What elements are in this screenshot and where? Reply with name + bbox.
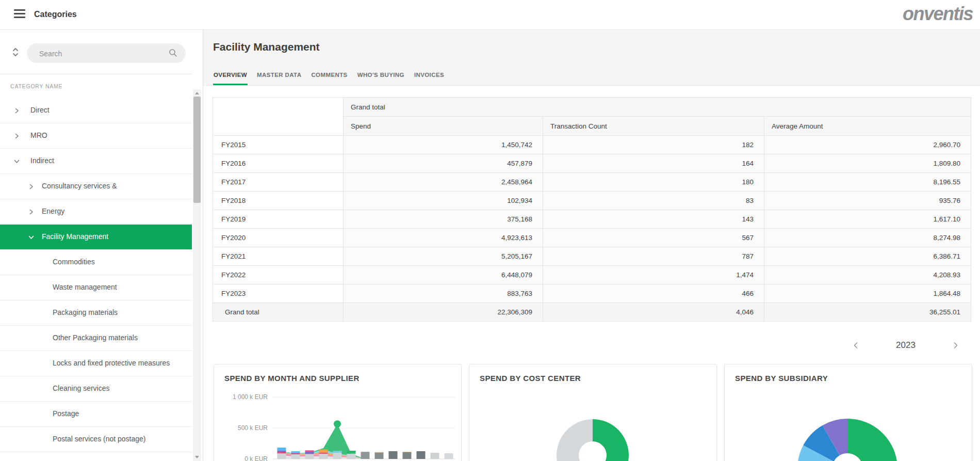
chart-title: SPEND BY COST CENTER [480, 374, 581, 383]
row-label: FY2021 [213, 247, 344, 266]
cell-spend: 375,168 [344, 210, 543, 229]
sidebar-item-consultancy-services[interactable]: Consultancy services & [0, 174, 192, 199]
cell-spend: 457,879 [344, 154, 543, 173]
svg-text:1 000 k EUR: 1 000 k EUR [233, 393, 268, 401]
page-title: Facility Management [213, 41, 320, 53]
chevron-right-icon [953, 342, 959, 349]
search-icon[interactable] [169, 49, 177, 59]
row-label: FY2019 [213, 210, 344, 229]
tab-invoices[interactable]: INVOICES [414, 72, 445, 85]
chevron-right-icon [14, 133, 20, 139]
column-header-transaction-count: Transaction Count [543, 117, 764, 136]
cell-average: 8,274.98 [764, 229, 971, 247]
cell-spend: 102,934 [344, 192, 543, 210]
cell-spend: 1,450,742 [344, 136, 543, 154]
cell-spend: 4,923,613 [344, 229, 543, 247]
tab-master-data[interactable]: MASTER DATA [256, 72, 302, 85]
chevron-right-icon [14, 108, 20, 114]
chart-title: SPEND BY MONTH AND SUPPLIER [224, 374, 360, 383]
category-name-column-label: CATEGORY NAME [10, 83, 62, 89]
sidebar-item-label: MRO [30, 131, 47, 139]
row-label: FY2018 [213, 192, 344, 210]
menu-button[interactable] [14, 9, 25, 20]
svg-text:500 k EUR: 500 k EUR [238, 424, 268, 432]
sidebar-search-row [0, 29, 192, 74]
spend-summary-table: Grand total SpendTransaction CountAverag… [213, 97, 971, 322]
content-area: Grand total SpendTransaction CountAverag… [203, 86, 980, 461]
chevron-down-icon [28, 234, 34, 240]
sidebar-item-postal-services-not-postage[interactable]: Postal services (not postage) [0, 427, 192, 452]
cell-spend: 883,763 [344, 284, 543, 303]
table-row: FY2016457,8791641,809.80 [213, 154, 971, 173]
cell-transactions: 83 [543, 192, 764, 210]
tree-collapse-button[interactable] [11, 46, 21, 58]
cell-spend: 5,205,167 [344, 247, 543, 266]
tab-who-s-buying[interactable]: WHO'S BUYING [357, 72, 405, 85]
cell-transactions: 466 [543, 284, 764, 303]
sidebar-scrollbar[interactable] [193, 89, 201, 461]
category-sidebar: CATEGORY NAME DirectMROIndirectConsultan… [0, 29, 203, 461]
scrollbar-thumb[interactable] [193, 97, 201, 203]
table-row: FY20204,923,6135678,274.98 [213, 229, 971, 247]
row-label: FY2023 [213, 284, 344, 303]
scroll-up-icon[interactable] [195, 92, 199, 94]
tab-comments[interactable]: COMMENTS [311, 72, 348, 85]
chevron-right-icon [28, 184, 34, 189]
table-row: FY20215,205,1677876,386.71 [213, 247, 971, 266]
cell-spend: 22,306,309 [344, 303, 543, 322]
sidebar-item-label: Direct [30, 106, 50, 114]
sidebar-item-cleaning-services[interactable]: Cleaning services [0, 376, 192, 402]
sidebar-item-energy[interactable]: Energy [0, 199, 192, 225]
hamburger-icon [14, 13, 25, 14]
cell-transactions: 182 [543, 136, 764, 154]
table-row: FY20226,448,0791,4744,208.93 [213, 266, 971, 284]
previous-year-button[interactable] [850, 340, 861, 351]
search-input[interactable] [38, 43, 164, 64]
search-box [27, 43, 186, 63]
unfold-icon [11, 46, 20, 58]
table-row: FY2018102,93483935.76 [213, 192, 971, 210]
cell-transactions: 787 [543, 247, 764, 266]
next-year-button[interactable] [950, 340, 961, 351]
sidebar-item-indirect[interactable]: Indirect [0, 149, 192, 174]
table-row: FY20172,458,9641808,196.55 [213, 173, 971, 192]
table-row: FY2023883,7634661,864.48 [213, 284, 971, 303]
scroll-down-icon[interactable] [195, 456, 199, 458]
cell-spend: 2,458,964 [344, 173, 543, 192]
column-header-spend: Spend [344, 117, 543, 136]
sidebar-item-waste-management[interactable]: Waste management [0, 275, 192, 300]
chevron-right-icon [28, 209, 34, 215]
chevron-left-icon [853, 342, 859, 349]
sidebar-item-commodities[interactable]: Commodities [0, 250, 192, 275]
table-group-header: Grand total [344, 98, 971, 117]
svg-text:0 k EUR: 0 k EUR [244, 455, 268, 461]
sidebar-item-direct[interactable]: Direct [0, 98, 192, 123]
sidebar-item-mro[interactable]: MRO [0, 123, 192, 149]
category-list-header: CATEGORY NAME [0, 74, 192, 99]
row-label: FY2017 [213, 173, 344, 192]
chart-title: SPEND BY SUBSIDIARY [735, 374, 828, 383]
sidebar-item-label: Waste management [53, 283, 117, 291]
row-label: FY2016 [213, 154, 344, 173]
sidebar-item-facility-management[interactable]: Facility Management [0, 225, 192, 250]
row-label: FY2015 [213, 136, 344, 154]
year-pager: 2023 [850, 337, 961, 354]
cell-transactions: 164 [543, 154, 764, 173]
spend-by-month-card: SPEND BY MONTH AND SUPPLIER 1 000 k EUR5… [214, 364, 462, 461]
sidebar-item-other-packaging-materials[interactable]: Other Packaging materials [0, 326, 192, 351]
cell-average: 935.76 [764, 192, 971, 210]
onventis-logo: onventis [903, 3, 973, 25]
tab-overview[interactable]: OVERVIEW [213, 72, 248, 85]
sidebar-item-label: Packaging materials [53, 308, 118, 316]
table-corner-cell [213, 98, 344, 136]
hamburger-icon [14, 9, 25, 11]
sidebar-item-postage[interactable]: Postage [0, 402, 192, 427]
sidebar-item-locks-and-fixed-protective-measures[interactable]: Locks and fixed protective measures [0, 351, 192, 376]
spend-by-subsidiary-card: SPEND BY SUBSIDIARY [724, 364, 972, 461]
row-label: Grand total [213, 303, 344, 322]
sidebar-item-label: Indirect [30, 156, 54, 165]
page-header: Facility Management OVERVIEWMASTER DATAC… [203, 29, 980, 86]
sidebar-item-label: Facility Management [42, 232, 108, 241]
sidebar-item-label: Commodities [53, 258, 95, 266]
sidebar-item-packaging-materials[interactable]: Packaging materials [0, 300, 192, 326]
